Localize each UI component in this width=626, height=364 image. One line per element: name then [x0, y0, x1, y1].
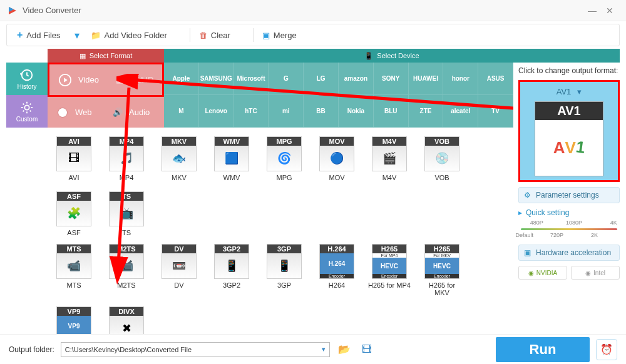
- format-h265-for-mp4[interactable]: H265For MP4HEVCEncoderH265 for MP4: [368, 244, 411, 296]
- category-web-label: Web: [75, 108, 106, 117]
- output-settings-button[interactable]: 🎞: [359, 341, 375, 358]
- run-button[interactable]: Run: [496, 337, 590, 362]
- quality-slider[interactable]: 480P 1080P 4K Default 720P 2K: [518, 222, 620, 240]
- hardware-acceleration-button[interactable]: ▣ Hardware acceleration: [518, 245, 620, 261]
- brand-sony[interactable]: SONY: [374, 63, 409, 95]
- brand-asus[interactable]: ASUS: [478, 63, 513, 95]
- main-toolbar: + Add Files ▾ 📁 Add Video Folder 🗑 Clear…: [6, 24, 620, 46]
- sidebar-custom[interactable]: Custom: [6, 95, 48, 128]
- format-dv[interactable]: DV📼DV: [158, 244, 200, 296]
- brand-amazon[interactable]: amazon: [339, 63, 374, 95]
- format-mkv[interactable]: MKV🐟MKV: [158, 136, 200, 181]
- merge-button[interactable]: ▣ Merge: [262, 31, 297, 40]
- svg-marker-5: [64, 78, 68, 82]
- add-files-button[interactable]: + Add Files: [17, 29, 61, 41]
- parameter-settings-button[interactable]: ⚙ Parameter settings: [518, 187, 620, 203]
- bottom-bar: Output folder: C:\Users\Kevincy\Desktop\…: [0, 334, 626, 364]
- sidebar-history[interactable]: History: [6, 63, 48, 95]
- left-sidebar: History Custom: [6, 63, 48, 334]
- format-mov[interactable]: MOV🔵MOV: [316, 136, 358, 181]
- format-vob[interactable]: VOB💿VOB: [421, 136, 463, 181]
- category-web[interactable]: Web 🔊 Audio: [48, 97, 164, 128]
- format-h264[interactable]: H.264H.264EncoderH264: [316, 244, 358, 296]
- format-vp9[interactable]: VP9VP9EncoderVP9: [53, 306, 95, 334]
- quick-setting-header: ▸ Quick setting: [518, 208, 620, 217]
- audio-icon: 🔊: [113, 108, 123, 117]
- brand-mi[interactable]: mi: [269, 95, 304, 128]
- window-title: Video Converter: [23, 6, 583, 15]
- brand-m[interactable]: M: [164, 95, 199, 128]
- brand-apple[interactable]: Apple: [164, 63, 199, 95]
- output-preview: AV1 AV1: [535, 101, 603, 176]
- format-list-icon: ▦: [80, 52, 86, 60]
- format-3gp[interactable]: 3GP📱3GP: [263, 244, 305, 296]
- format-ts[interactable]: TS📺TS: [105, 191, 148, 236]
- brand-huawei[interactable]: HUAWEI: [409, 63, 444, 95]
- intel-icon: ◉: [585, 270, 591, 276]
- brand-nokia[interactable]: Nokia: [339, 95, 374, 128]
- brand-lenovo[interactable]: Lenovo: [199, 95, 234, 128]
- hw-chip-row: ◉ NVIDIA ◉ Intel: [518, 266, 620, 280]
- brand-microsoft[interactable]: Microsoft: [234, 63, 269, 95]
- separator: [190, 28, 190, 42]
- brand-samsung[interactable]: SAMSUNG: [199, 63, 234, 95]
- parameter-settings-label: Parameter settings: [536, 191, 599, 200]
- output-format-box[interactable]: AV1 ▾ AV1 AV1: [518, 80, 620, 182]
- brand-lg[interactable]: LG: [304, 63, 339, 95]
- format-mpg[interactable]: MPG🌀MPG: [263, 136, 305, 181]
- clear-button[interactable]: 🗑 Clear: [199, 31, 230, 40]
- format-h265-for-mkv[interactable]: H265For MKVHEVCEncoderH265 for MKV: [421, 244, 463, 296]
- tab-select-format[interactable]: ▦ Select Format: [48, 49, 164, 63]
- add-folder-button[interactable]: 📁 Add Video Folder: [91, 31, 167, 40]
- format-label: MP4: [120, 174, 134, 181]
- tab-select-device[interactable]: 📱 Select Device: [164, 49, 620, 63]
- format-3gp2[interactable]: 3GP2📱3GP2: [210, 244, 253, 296]
- format-m4v[interactable]: M4V🎬M4V: [368, 136, 411, 181]
- hardware-acceleration-label: Hardware acceleration: [536, 248, 611, 257]
- brand-bb[interactable]: BB: [304, 95, 339, 128]
- category-video[interactable]: Video ▦ 4K/HD: [48, 63, 164, 97]
- nvidia-chip[interactable]: ◉ NVIDIA: [518, 266, 567, 280]
- format-label: MTS: [66, 281, 81, 289]
- slider-default: Default: [515, 232, 533, 238]
- alarm-icon: ⏰: [600, 343, 613, 355]
- format-asf[interactable]: ASF🧩ASF: [53, 191, 95, 236]
- slider-1080p: 1080P: [566, 220, 582, 226]
- schedule-button[interactable]: ⏰: [596, 339, 617, 360]
- nvidia-icon: ◉: [528, 270, 534, 276]
- format-label: TS: [122, 229, 131, 236]
- dropdown-icon[interactable]: ▾: [74, 29, 80, 41]
- output-format-dropdown[interactable]: AV1 ▾: [524, 86, 614, 98]
- format-mp4[interactable]: MP4🎵MP4: [105, 136, 148, 181]
- clear-label: Clear: [211, 31, 230, 40]
- add-files-label: Add Files: [26, 31, 60, 40]
- chevron-down-icon[interactable]: ▾: [322, 345, 326, 353]
- brand-zte[interactable]: ZTE: [409, 95, 444, 128]
- slider-track: [521, 228, 617, 230]
- close-button[interactable]: ✕: [601, 6, 618, 16]
- format-label: DV: [174, 281, 183, 289]
- format-divx[interactable]: DIVX✖DIVX: [105, 306, 148, 334]
- history-icon: [20, 68, 34, 82]
- titlebar: Video Converter — ✕: [0, 0, 626, 21]
- slider-720p: 720P: [550, 232, 563, 238]
- brand-grid: AppleSAMSUNGMicrosoftGLGamazonSONYHUAWEI…: [164, 63, 513, 128]
- format-mts[interactable]: MTS📹MTS: [53, 244, 95, 296]
- brand-honor[interactable]: honor: [443, 63, 478, 95]
- run-label: Run: [530, 341, 557, 358]
- open-folder-button[interactable]: 📂: [336, 341, 352, 358]
- minimize-button[interactable]: —: [583, 6, 601, 16]
- format-avi[interactable]: AVI🎞AVI: [53, 136, 95, 181]
- format-wmv[interactable]: WMV🟦WMV: [210, 136, 253, 181]
- output-folder-input[interactable]: C:\Users\Kevincy\Desktop\Converted File …: [61, 342, 330, 357]
- brand-tv[interactable]: TV: [478, 95, 513, 128]
- merge-icon: ▣: [262, 31, 270, 40]
- play-small-icon: ▸: [518, 208, 522, 217]
- intel-chip[interactable]: ◉ Intel: [571, 266, 620, 280]
- brand-g[interactable]: G: [269, 63, 304, 95]
- brand-blu[interactable]: BLU: [374, 95, 409, 128]
- output-preview-body: AV1: [535, 120, 603, 176]
- brand-htc[interactable]: hTC: [234, 95, 269, 128]
- brand-alcatel[interactable]: alcatel: [443, 95, 478, 128]
- format-m2ts[interactable]: M2TS📹M2TS: [105, 244, 148, 296]
